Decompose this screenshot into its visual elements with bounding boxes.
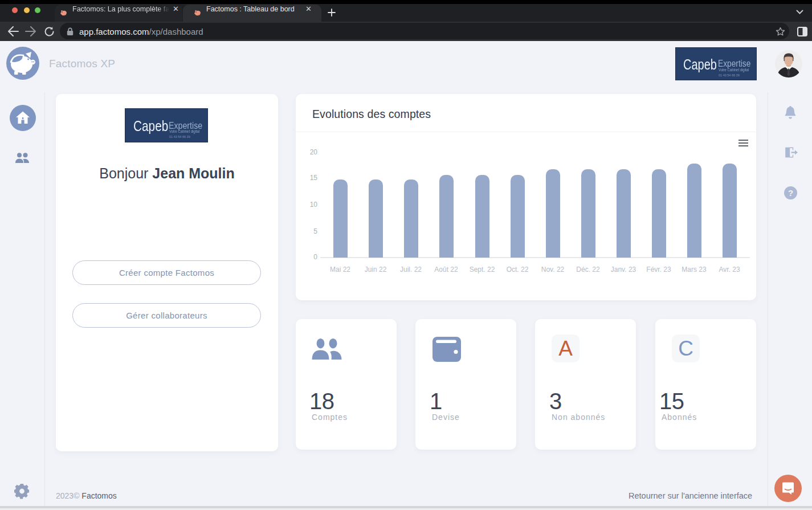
svg-text:?: ? xyxy=(788,188,793,198)
